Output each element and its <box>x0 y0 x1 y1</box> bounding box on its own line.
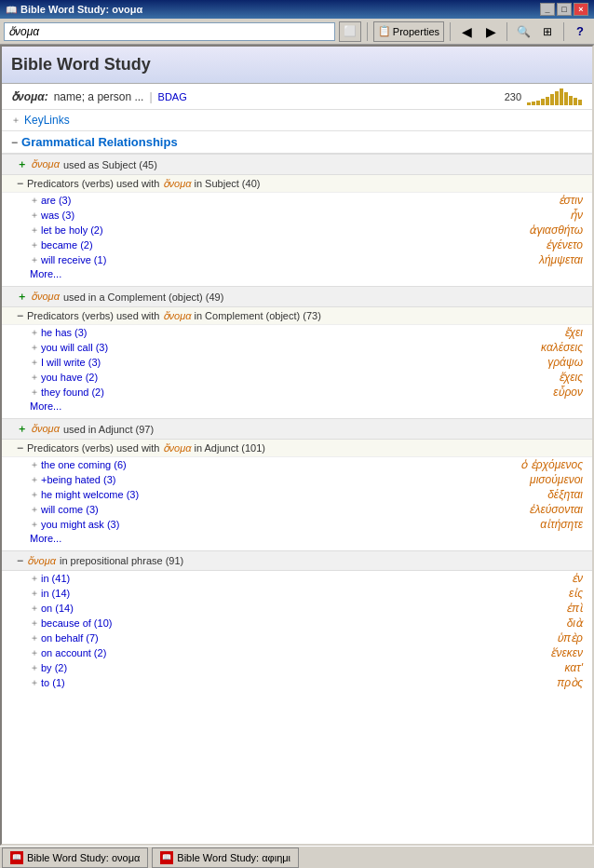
more-link-complement[interactable]: More... <box>2 400 592 414</box>
item-on-account[interactable]: ＋on account (2) <box>30 646 106 659</box>
item-by[interactable]: ＋by (2) <box>30 661 67 674</box>
taskbar-label-1: Bible Word Study: ονομα <box>27 852 140 863</box>
item-became[interactable]: ＋became (2) <box>30 238 93 251</box>
subject-greek: ὄνομα <box>31 158 60 170</box>
item-you-will-call-greek: καλέσεις <box>541 341 583 354</box>
table-row[interactable]: ＋will come (3) ἐλεύσονται <box>2 502 592 517</box>
item-might-ask[interactable]: ＋you might ask (3) <box>30 518 119 531</box>
table-row[interactable]: ＋to (1) πρὸς <box>2 675 592 690</box>
taskbar-item-onoma[interactable]: 📖 Bible Word Study: ονομα <box>2 848 148 868</box>
grammatical-relationships-label: Grammatical Relationships <box>21 135 178 149</box>
table-row[interactable]: ＋on account (2) ἕνεκεν <box>2 645 592 660</box>
maximize-button[interactable]: □ <box>557 3 572 16</box>
item-being-hated[interactable]: ＋+being hated (3) <box>30 473 115 486</box>
item-on-behalf-greek: ὑπὲρ <box>557 631 583 644</box>
expand-button[interactable]: ⬜ <box>339 21 361 42</box>
table-row[interactable]: ＋will receive (1) λήμψεται <box>2 252 592 267</box>
item-was[interactable]: ＋was (3) <box>30 209 74 222</box>
item-let-be-holy[interactable]: ＋let be holy (2) <box>30 224 103 237</box>
item-i-will-write-greek: γράψω <box>547 356 583 369</box>
help-button[interactable]: ? <box>570 21 590 42</box>
item-you-will-call[interactable]: ＋you will call (3) <box>30 341 108 354</box>
item-will-receive[interactable]: ＋will receive (1) <box>30 253 106 266</box>
table-row[interactable]: ＋you might ask (3) αἰτήσητε <box>2 517 592 532</box>
table-row[interactable]: ＋in (14) εἰς <box>2 586 592 601</box>
app-icon: 📖 <box>6 5 17 15</box>
item-i-will-write[interactable]: ＋I will write (3) <box>30 356 101 369</box>
table-row[interactable]: ＋he has (3) ἔχει <box>2 325 592 340</box>
table-row[interactable]: ＋they found (2) εὗρον <box>2 385 592 400</box>
table-row[interactable]: ＋by (2) κατ' <box>2 660 592 675</box>
predicators-subject-label: Predicators (verbs) used with ὄνομα in S… <box>27 178 260 190</box>
more-link-adjunct[interactable]: More... <box>2 532 592 547</box>
table-row[interactable]: ＋because of (10) διὰ <box>2 616 592 631</box>
group-predicators-subject[interactable]: − Predicators (verbs) used with ὄνομα in… <box>2 175 592 193</box>
group-subject[interactable]: ＋ ὄνομα used as Subject (45) <box>2 154 592 175</box>
search-button[interactable]: 🔍 <box>513 21 533 42</box>
item-will-come[interactable]: ＋will come (3) <box>30 503 99 516</box>
grammatical-relationships-section[interactable]: − Grammatical Relationships <box>2 131 592 154</box>
item-to-greek: πρὸς <box>557 676 583 689</box>
properties-icon: 📋 <box>378 25 391 37</box>
title-bar-text: Bible Word Study: ονομα <box>20 4 142 15</box>
group-complement[interactable]: ＋ ὄνομα used in a Complement (object) (4… <box>2 286 592 307</box>
word-def-bar: ὄνομα: name; a person ... | BDAG 230 <box>2 84 592 110</box>
item-on-14[interactable]: ＋on (14) <box>30 602 74 615</box>
more-link-subject[interactable]: More... <box>2 267 592 282</box>
item-he-has[interactable]: ＋he has (3) <box>30 326 88 339</box>
chart-bar-6 <box>550 94 554 105</box>
window-controls[interactable]: _ □ × <box>540 3 588 16</box>
table-row[interactable]: ＋in (41) ἐν <box>2 571 592 586</box>
keylinks-section[interactable]: ＋ KeyLinks <box>2 110 592 131</box>
taskbar-item-aphiemi[interactable]: 📖 Bible Word Study: αφιημι <box>152 848 299 868</box>
item-on-account-greek: ἕνεκεν <box>550 646 583 659</box>
taskbar-icon-2: 📖 <box>160 851 173 864</box>
item-you-have-greek: ἔχεις <box>559 371 583 384</box>
table-row[interactable]: ＋you have (2) ἔχεις <box>2 370 592 385</box>
item-because-of[interactable]: ＋because of (10) <box>30 617 112 630</box>
table-row[interactable]: ＋on behalf (7) ὑπὲρ <box>2 631 592 645</box>
prepositional-greek: ὄνομα <box>27 555 56 567</box>
forward-button[interactable]: ▶ <box>480 21 501 42</box>
table-row[interactable]: ＋the one coming (6) ὁ ἐρχόμενος <box>2 457 592 472</box>
table-row[interactable]: ＋became (2) ἐγένετο <box>2 237 592 252</box>
back-button[interactable]: ◀ <box>456 21 477 42</box>
table-row[interactable]: ＋on (14) ἐπὶ <box>2 601 592 616</box>
group-predicators-complement[interactable]: − Predicators (verbs) used with ὄνομα in… <box>2 307 592 325</box>
table-row[interactable]: ＋let be holy (2) ἁγιασθήτω <box>2 223 592 237</box>
taskbar-icon-1: 📖 <box>10 851 23 864</box>
properties-button[interactable]: 📋 Properties <box>373 21 444 42</box>
word-source[interactable]: BDAG <box>158 91 187 102</box>
minimize-button[interactable]: _ <box>540 3 555 16</box>
layout-button[interactable]: ⊞ <box>537 21 558 42</box>
predicators-adjunct-greek: ὄνομα <box>163 442 192 454</box>
close-button[interactable]: × <box>574 3 588 16</box>
taskbar: 📖 Bible Word Study: ονομα 📖 Bible Word S… <box>0 846 594 868</box>
item-by-greek: κατ' <box>565 661 583 674</box>
item-might-welcome-greek: δέξηται <box>547 488 583 501</box>
item-in-14[interactable]: ＋in (14) <box>30 587 70 600</box>
content-area[interactable]: ＋ KeyLinks − Grammatical Relationships ＋… <box>2 110 592 844</box>
table-row[interactable]: ＋was (3) ἦν <box>2 208 592 223</box>
group-adjunct[interactable]: ＋ ὄνομα used in Adjunct (97) <box>2 418 592 440</box>
item-they-found[interactable]: ＋they found (2) <box>30 386 104 399</box>
item-to[interactable]: ＋to (1) <box>30 676 65 689</box>
table-row[interactable]: ＋+being hated (3) μισούμενοι <box>2 472 592 487</box>
predicators-complement-label: Predicators (verbs) used with ὄνομα in C… <box>27 310 321 322</box>
table-row[interactable]: ＋are (3) ἐστιν <box>2 193 592 208</box>
item-might-welcome[interactable]: ＋he might welcome (3) <box>30 488 139 501</box>
table-row[interactable]: ＋he might welcome (3) δέξηται <box>2 487 592 502</box>
table-row[interactable]: ＋you will call (3) καλέσεις <box>2 340 592 355</box>
item-in-41[interactable]: ＋in (41) <box>30 572 70 585</box>
prepositional-label: in prepositional phrase (91) <box>60 555 183 566</box>
group-prepositional[interactable]: − ὄνομα in prepositional phrase (91) <box>2 550 592 571</box>
item-you-have[interactable]: ＋you have (2) <box>30 371 98 384</box>
item-one-coming[interactable]: ＋the one coming (6) <box>30 458 127 471</box>
search-input[interactable] <box>4 22 335 41</box>
group-predicators-adjunct[interactable]: − Predicators (verbs) used with ὄνομα in… <box>2 440 592 457</box>
chart-bar-4 <box>541 99 545 105</box>
item-in-41-greek: ἐν <box>572 572 583 585</box>
item-are[interactable]: ＋are (3) <box>30 194 71 207</box>
table-row[interactable]: ＋I will write (3) γράψω <box>2 355 592 370</box>
item-on-behalf[interactable]: ＋on behalf (7) <box>30 631 99 644</box>
